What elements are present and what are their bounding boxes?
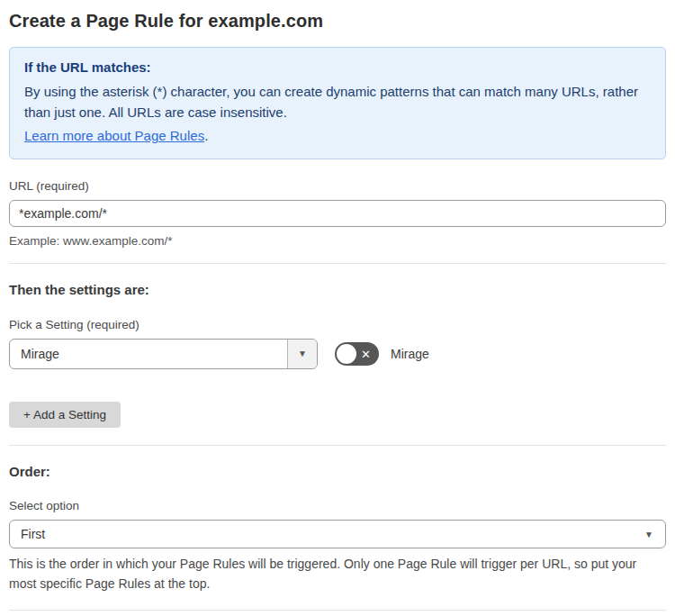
divider xyxy=(9,610,666,611)
setting-row: Mirage ▼ ✕ Mirage xyxy=(9,339,666,369)
caret-down-icon: ▼ xyxy=(298,349,307,358)
setting-combobox-arrow-button[interactable]: ▼ xyxy=(287,340,317,368)
url-field-label: URL (required) xyxy=(9,179,666,193)
link-period: . xyxy=(204,128,208,143)
toggle-label: Mirage xyxy=(391,347,429,361)
order-section-heading: Order: xyxy=(9,464,666,479)
info-box-link-line: Learn more about Page Rules. xyxy=(24,126,651,146)
toggle-knob xyxy=(337,344,356,364)
select-option-label: Select option xyxy=(9,499,666,512)
page-title: Create a Page Rule for example.com xyxy=(9,11,666,32)
mirage-toggle[interactable]: ✕ xyxy=(335,342,379,366)
pick-setting-label: Pick a Setting (required) xyxy=(9,318,666,331)
setting-combobox-value: Mirage xyxy=(10,340,287,368)
order-select-value: First xyxy=(21,527,45,541)
caret-down-icon: ▼ xyxy=(644,530,653,539)
divider xyxy=(9,263,666,264)
url-input[interactable] xyxy=(9,200,666,227)
info-box-body: By using the asterisk (*) character, you… xyxy=(24,81,651,122)
learn-more-link[interactable]: Learn more about Page Rules xyxy=(24,128,204,143)
order-helper-text: This is the order in which your Page Rul… xyxy=(9,554,666,593)
info-box-heading: If the URL matches: xyxy=(24,59,651,75)
url-example-helper: Example: www.example.com/* xyxy=(9,234,666,248)
setting-combobox[interactable]: Mirage ▼ xyxy=(9,339,318,369)
toggle-off-x-icon: ✕ xyxy=(361,349,371,360)
add-setting-button[interactable]: + Add a Setting xyxy=(9,402,121,428)
settings-section-heading: Then the settings are: xyxy=(9,282,666,297)
order-select[interactable]: First ▼ xyxy=(9,520,666,548)
divider xyxy=(9,445,666,446)
url-match-info-box: If the URL matches: By using the asteris… xyxy=(9,47,666,159)
